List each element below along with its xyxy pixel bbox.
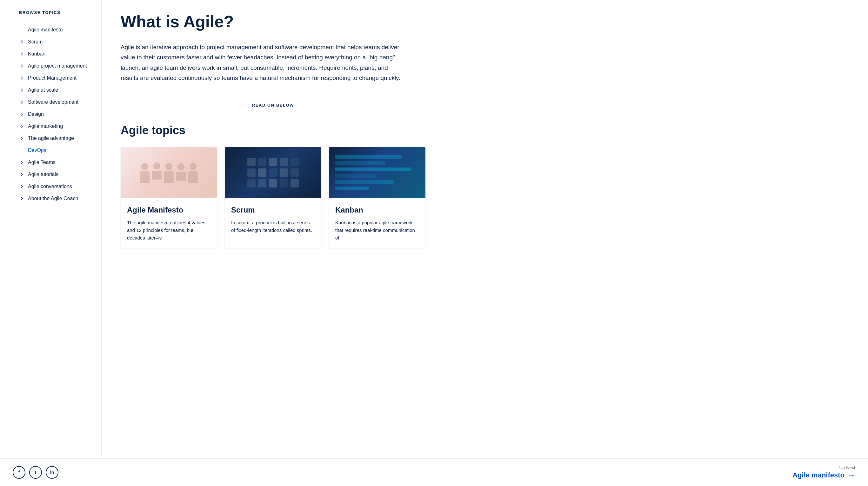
- sidebar-item-agile-advantage[interactable]: The agile advantage: [19, 132, 95, 144]
- sidebar-item-software-development[interactable]: Software development: [19, 96, 95, 108]
- sidebar-item-product-management[interactable]: Product Management: [19, 72, 95, 84]
- sidebar-item-label: Product Management: [28, 75, 76, 81]
- sidebar-item-agile-tutorials[interactable]: Agile tutorials: [19, 168, 95, 181]
- cube-shape: [247, 168, 255, 177]
- person-head: [189, 163, 196, 170]
- person-figure: [176, 163, 186, 181]
- linkedin-label: in: [50, 470, 54, 475]
- social-icons-group: f t in: [13, 466, 58, 479]
- card-text: Kanban is a popular agile framework that…: [335, 219, 419, 242]
- chevron-right-icon: [19, 135, 25, 141]
- scrum-illustration: [242, 153, 304, 193]
- card-body: Kanban Kanban is a popular agile framewo…: [329, 198, 426, 248]
- card-image-kanban: [329, 147, 426, 198]
- sidebar-item-agile-marketing[interactable]: Agile marketing: [19, 120, 95, 132]
- agile-topics-heading: Agile topics: [121, 124, 426, 137]
- sidebar-item-kanban[interactable]: Kanban: [19, 48, 95, 60]
- sidebar: BROWSE TOPICS Agile manifesto Scrum Kanb…: [0, 0, 102, 458]
- chevron-right-icon: [19, 184, 25, 189]
- kanban-card[interactable]: Kanban Kanban is a popular agile framewo…: [329, 147, 426, 248]
- person-figure: [188, 163, 198, 183]
- twitter-label: t: [35, 470, 36, 475]
- footer: f t in Up Next Agile manifesto →: [0, 458, 868, 486]
- sidebar-item-about-agile-coach[interactable]: About the Agile Coach: [19, 193, 95, 205]
- sidebar-item-label: Agile tutorials: [28, 172, 58, 177]
- person-body: [140, 171, 150, 183]
- person-head: [141, 163, 148, 170]
- cube-shape: [290, 158, 299, 166]
- sidebar-item-agile-teams[interactable]: Agile Teams: [19, 156, 95, 168]
- arrow-right-icon: →: [848, 471, 855, 480]
- sidebar-item-label: Agile manifesto: [28, 27, 63, 32]
- person-body: [164, 171, 174, 183]
- sidebar-item-agile-at-scale[interactable]: Agile at scale: [19, 84, 95, 96]
- up-next-link-text: Agile manifesto: [793, 471, 844, 479]
- kanban-illustration: [329, 149, 426, 197]
- up-next-section: Up Next Agile manifesto →: [793, 465, 855, 480]
- twitter-icon[interactable]: t: [29, 466, 42, 479]
- up-next-link[interactable]: Agile manifesto →: [793, 471, 855, 480]
- chevron-right-icon: [19, 87, 25, 93]
- chevron-right-icon: [19, 111, 25, 117]
- card-body: Scrum In scrum, a product is built in a …: [225, 198, 321, 240]
- cube-shape: [280, 179, 288, 188]
- sidebar-item-agile-manifesto[interactable]: Agile manifesto: [19, 24, 95, 36]
- sidebar-item-scrum[interactable]: Scrum: [19, 36, 95, 48]
- browse-topics-heading: BROWSE TOPICS: [19, 10, 95, 15]
- facebook-icon[interactable]: f: [13, 466, 25, 479]
- people-silhouette: [140, 162, 198, 183]
- chevron-right-icon: [19, 196, 25, 201]
- card-text: The agile manifesto outlines 4 values an…: [127, 219, 211, 242]
- sidebar-item-label: Agile project management: [28, 63, 87, 69]
- kanban-bar: [335, 161, 385, 165]
- sidebar-item-label: DevOps: [28, 148, 46, 153]
- kanban-bar: [335, 187, 369, 190]
- chevron-right-icon: [19, 51, 25, 57]
- card-image-scrum: [225, 147, 321, 198]
- sidebar-item-agile-conversations[interactable]: Agile conversations: [19, 181, 95, 193]
- card-image-manifesto: [121, 147, 217, 198]
- up-next-label: Up Next: [793, 465, 855, 470]
- sidebar-item-design[interactable]: Design: [19, 108, 95, 120]
- card-title: Agile Manifesto: [127, 205, 211, 215]
- topic-cards-grid: Agile Manifesto The agile manifesto outl…: [121, 147, 426, 248]
- sidebar-item-label: About the Agile Coach: [28, 196, 78, 201]
- cube-shape: [269, 158, 277, 166]
- chevron-right-icon: [19, 99, 25, 105]
- card-text: In scrum, a product is built in a series…: [231, 219, 315, 234]
- sidebar-item-label: Design: [28, 111, 44, 117]
- chevron-right-icon: [19, 123, 25, 129]
- agile-manifesto-card[interactable]: Agile Manifesto The agile manifesto outl…: [121, 147, 217, 248]
- chevron-right-icon: [19, 75, 25, 81]
- intro-paragraph: Agile is an iterative approach to projec…: [121, 42, 406, 83]
- sidebar-item-label: Agile conversations: [28, 184, 72, 189]
- sidebar-item-agile-project-management[interactable]: Agile project management: [19, 60, 95, 72]
- chevron-right-icon: [19, 39, 25, 45]
- card-body: Agile Manifesto The agile manifesto outl…: [121, 198, 217, 248]
- read-on-below-label: READ ON BELOW: [252, 103, 294, 107]
- cube-shape: [258, 158, 267, 166]
- cube-shape: [258, 168, 267, 177]
- sidebar-item-label: Agile at scale: [28, 87, 58, 93]
- kanban-bar: [335, 155, 402, 159]
- cube-shape: [290, 168, 299, 177]
- read-on-below: READ ON BELOW: [121, 102, 426, 108]
- page-title: What is Agile?: [121, 13, 426, 31]
- cube-shape: [247, 158, 255, 166]
- person-figure: [140, 163, 150, 183]
- sidebar-item-label: Agile Teams: [28, 160, 56, 165]
- sidebar-item-devops[interactable]: DevOps: [19, 144, 95, 156]
- person-body: [176, 172, 186, 181]
- main-content: What is Agile? Agile is an iterative app…: [102, 0, 451, 458]
- sidebar-item-label: Software development: [28, 99, 79, 105]
- person-figure: [164, 163, 174, 183]
- person-head: [178, 163, 184, 170]
- scrum-card[interactable]: Scrum In scrum, a product is built in a …: [225, 147, 321, 248]
- person-body: [152, 171, 162, 180]
- person-head: [165, 163, 173, 170]
- facebook-label: f: [19, 470, 20, 475]
- person-head: [153, 162, 160, 169]
- kanban-bar: [335, 180, 394, 184]
- linkedin-icon[interactable]: in: [46, 466, 58, 479]
- manifesto-illustration: [121, 147, 217, 198]
